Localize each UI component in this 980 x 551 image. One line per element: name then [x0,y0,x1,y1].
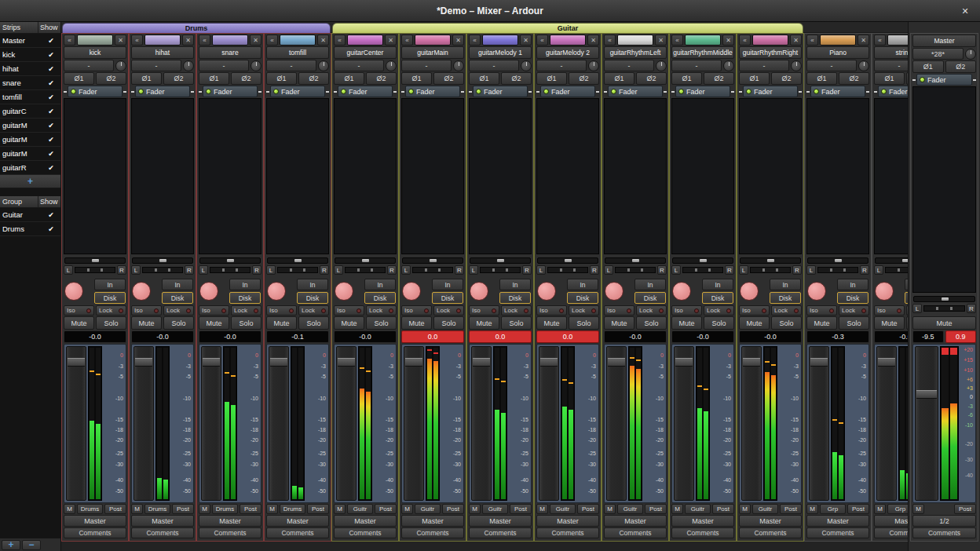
monitor-disk-button[interactable]: Disk [364,292,396,304]
strip-list-item[interactable]: guitarM✔ [0,133,60,147]
solo-lock-button[interactable]: Lock [771,305,802,316]
titlebar[interactable]: *Demo – Mixer – Ardour ✕ [0,0,980,22]
strip-list-item-show-checkbox[interactable]: ✔ [42,136,60,144]
solo-isolate-button[interactable]: Iso [199,305,229,316]
comments-button[interactable]: Comments [64,527,126,538]
solo-lock-button[interactable]: Lock [501,305,532,316]
record-arm-button[interactable] [740,282,759,301]
track-color-swatch[interactable] [415,35,451,46]
solo-isolate-button[interactable]: Iso [874,305,905,316]
processor-enable-led[interactable] [408,89,414,94]
pan-control[interactable]: L R [64,255,126,277]
phase-2-button[interactable]: Ø2 [569,72,599,85]
strip-hide-button[interactable]: ✕ [250,35,261,46]
trim-knob[interactable] [250,60,261,71]
pan-width-widget[interactable] [75,267,115,273]
processor-box[interactable] [536,98,599,254]
group-button[interactable]: Guitr [617,504,643,514]
mute-button[interactable]: Mute [401,316,432,330]
pan-thumb[interactable] [700,259,707,262]
group-button[interactable]: Drums [144,504,170,514]
strip-width-toggle[interactable]: « [671,35,683,46]
meter-point-button[interactable]: Post [375,504,397,514]
strip-list-item-show-checkbox[interactable]: ✔ [42,79,60,87]
pan-slider[interactable] [335,257,396,264]
group-list-item-show-checkbox[interactable]: ✔ [42,211,60,219]
remove-group-button[interactable]: − [22,540,41,550]
track-color-swatch[interactable] [144,35,181,46]
group-button[interactable]: Drums [280,504,305,514]
record-arm-button[interactable] [875,282,894,301]
vca-button[interactable]: M [806,504,818,514]
vca-button[interactable]: M [874,504,886,514]
processor-box[interactable] [334,98,397,254]
group-button[interactable]: Guitr [415,504,441,514]
solo-isolate-button[interactable]: Iso [469,305,499,316]
fader-processor[interactable]: Fader [608,86,663,97]
pan-width-widget[interactable] [923,305,965,312]
pan-slider[interactable] [672,257,733,264]
group-button[interactable]: Guitr [347,504,373,514]
trim-knob[interactable] [521,60,532,71]
gain-fader[interactable] [269,346,289,501]
processor-box[interactable] [671,98,734,254]
master-name-button[interactable]: Master [912,35,976,47]
master-output-button[interactable]: 1/2 [912,515,976,527]
mute-button[interactable]: Mute [266,316,297,330]
solo-lock-button[interactable]: Lock [163,305,194,316]
group-tab-guitar[interactable]: Guitar [332,23,803,33]
fader-thumb[interactable] [878,358,895,367]
solo-button[interactable]: Solo [96,316,126,330]
phase-1-button[interactable]: Ø1 [334,72,364,85]
fader-thumb[interactable] [916,390,937,399]
pan-control[interactable]: L R [199,255,261,277]
pan-width-widget[interactable] [277,267,318,273]
output-button[interactable]: Master [64,515,126,527]
fader-processor[interactable]: Fader [135,86,190,97]
input-button[interactable]: - [131,60,181,71]
strip-hide-button[interactable]: ✕ [385,35,397,46]
processor-enable-led[interactable] [138,89,144,94]
track-name-button[interactable]: guitarMain [401,46,464,59]
comments-button[interactable]: Comments [401,527,464,538]
record-arm-button[interactable] [807,282,826,301]
fader-thumb[interactable] [68,358,85,367]
pan-width-widget[interactable] [345,267,386,273]
strip-list-item[interactable]: guitarM✔ [0,119,60,133]
record-arm-button[interactable] [537,282,556,301]
master-mute-button[interactable]: Mute [912,316,976,330]
pan-control[interactable]: L R [131,255,194,277]
group-tab-drums[interactable]: Drums [62,23,331,33]
peak-display[interactable]: -0.0 [604,330,667,343]
strip-width-toggle[interactable]: « [64,35,75,46]
pan-thumb[interactable] [565,259,572,262]
solo-isolate-button[interactable]: Iso [806,305,837,316]
processor-box[interactable] [131,98,194,254]
strip-hide-button[interactable]: ✕ [182,35,194,46]
fader-processor[interactable]: Fader [675,86,730,97]
trim-knob[interactable] [656,60,667,71]
track-color-swatch[interactable] [752,35,788,46]
phase-2-button[interactable]: Ø2 [96,72,126,85]
strip-hide-button[interactable]: ✕ [452,35,464,46]
pan-thumb[interactable] [92,259,99,262]
pan-control[interactable]: L R [739,255,802,277]
processor-enable-led[interactable] [341,89,346,94]
track-color-swatch[interactable] [550,35,586,46]
mute-button[interactable]: Mute [739,316,770,330]
input-button[interactable]: - [64,60,114,71]
master-vca-button[interactable]: M [912,504,924,514]
solo-lock-button[interactable]: Lock [96,305,126,316]
strip-list-item[interactable]: Master✔ [0,34,60,48]
record-arm-button[interactable] [335,282,353,301]
fader-thumb[interactable] [270,358,287,367]
fader-processor[interactable]: Fader [473,86,528,97]
comments-button[interactable]: Comments [806,527,869,538]
vca-button[interactable]: M [266,504,278,514]
strip-width-toggle[interactable]: « [199,35,210,46]
monitor-disk-button[interactable]: Disk [94,292,126,304]
gain-fader[interactable] [471,346,492,501]
meter-point-button[interactable]: Post [780,504,802,514]
strip-width-toggle[interactable]: « [131,35,143,46]
meter-point-button[interactable]: Post [510,504,532,514]
